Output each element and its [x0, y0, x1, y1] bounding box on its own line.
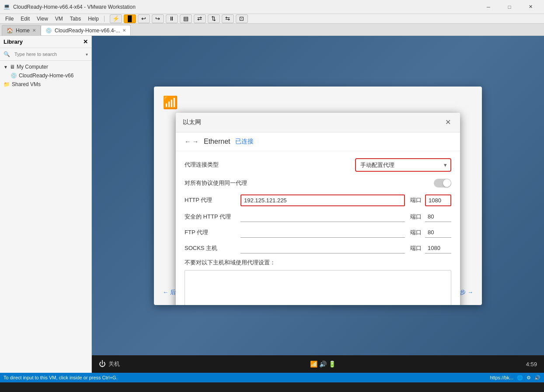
network-status-icon: 🌐 — [517, 375, 523, 381]
toolbar-btn-6[interactable]: ▤ — [180, 14, 192, 23]
tab-home-close[interactable]: ✕ — [32, 28, 36, 33]
tab-vm-label: CloudReady-Home-v66.4-... — [55, 28, 120, 34]
menu-help[interactable]: Help — [84, 15, 102, 23]
proxy-type-row: 代理连接类型 直接连接 手动配置代理 自动代理配置 — [185, 158, 451, 172]
close-button[interactable]: ✕ — [520, 0, 541, 14]
menu-edit[interactable]: Edit — [17, 15, 33, 23]
menu-separator — [104, 16, 105, 22]
time-display: 4:59 — [526, 361, 537, 368]
tab-home-label: Home — [16, 28, 30, 34]
secure-http-proxy-input[interactable] — [241, 212, 405, 222]
tab-vm-icon: 💿 — [45, 28, 52, 34]
tab-home-icon: 🏠 — [7, 28, 13, 34]
http-proxy-input[interactable] — [241, 194, 405, 206]
menu-vm[interactable]: VM — [52, 15, 66, 23]
menu-tabs[interactable]: Tabs — [66, 15, 84, 23]
socks-port-input[interactable] — [425, 243, 451, 253]
prev-arrow-icon: ← — [163, 289, 168, 295]
sidebar-item-cloudready[interactable]: 💿 CloudReady-Home-v66 — [0, 71, 91, 80]
http-port-label: 端口 — [410, 196, 422, 204]
menu-file[interactable]: File — [2, 15, 17, 23]
search-dropdown-icon[interactable]: ▾ — [86, 52, 88, 57]
volume-tray-icon[interactable]: 🔊 — [319, 361, 327, 368]
toolbar-btn-9[interactable]: ⇆ — [222, 14, 234, 23]
sidebar-tree: ▼ 🖥 My Computer 💿 CloudReady-Home-v66 📁 … — [0, 61, 91, 373]
menubar: File Edit View VM Tabs Help ⚡ ▐▌ ↩ ↪ ⏸ ▤… — [0, 14, 544, 24]
next-button[interactable]: 步 → — [460, 288, 473, 296]
socks-host-label: SOCKS 主机 — [185, 244, 237, 252]
toolbar-btn-5[interactable]: ⏸ — [166, 14, 178, 23]
toolbar-btn-7[interactable]: ⇄ — [194, 14, 206, 23]
toolbar-btn-10[interactable]: ⊡ — [236, 14, 248, 23]
secure-port-input[interactable] — [425, 212, 451, 222]
main-content: Library ✕ 🔍 ▾ ▼ 🖥 My Computer 💿 CloudRea… — [0, 36, 544, 373]
statusbar: To direct input to this VM, click inside… — [0, 373, 544, 382]
menu-view[interactable]: View — [33, 15, 52, 23]
http-port-input[interactable] — [425, 194, 451, 206]
toggle-knob — [443, 179, 451, 187]
secure-port-label: 端口 — [410, 213, 422, 221]
toolbar-btn-1[interactable]: ⚡ — [110, 14, 122, 23]
sidebar-item-mycomputer[interactable]: ▼ 🖥 My Computer — [0, 62, 91, 71]
same-proxy-row: 对所有协议使用同一代理 — [185, 179, 451, 187]
ftp-proxy-label: FTP 代理 — [185, 229, 237, 236]
secure-http-proxy-row: 安全的 HTTP 代理 端口 — [185, 212, 451, 222]
sidebar-sharedvms-label: Shared VMs — [12, 81, 41, 87]
statusbar-right: https://bk... 🌐 ⚙ 🔊 — [490, 375, 541, 381]
noproxy-label: 不要对以下主机和域使用代理设置： — [185, 259, 451, 267]
http-proxy-label: HTTP 代理 — [185, 196, 237, 204]
tab-vm[interactable]: 💿 CloudReady-Home-v66.4-... ✕ — [41, 25, 131, 35]
prev-button[interactable]: ← 后 — [163, 288, 176, 296]
http-proxy-row: HTTP 代理 端口 — [185, 194, 451, 206]
toolbar: ⚡ ▐▌ ↩ ↪ ⏸ ▤ ⇄ ⇅ ⇆ ⊡ — [110, 14, 248, 23]
tabbar: 🏠 Home ✕ 💿 CloudReady-Home-v66.4-... ✕ — [0, 24, 544, 36]
nav-left-arrow[interactable]: ← — [185, 138, 191, 145]
speaker-icon: 🔊 — [534, 375, 541, 381]
tab-home[interactable]: 🏠 Home ✕ — [2, 25, 41, 35]
status-text: To direct input to this VM, click inside… — [3, 375, 490, 380]
sidebar-title: Library — [3, 38, 23, 45]
dialog-header: ← → Ethernet 已连接 — [176, 132, 460, 151]
nav-right-arrow[interactable]: → — [192, 138, 199, 145]
dialog-body: 代理连接类型 直接连接 手动配置代理 自动代理配置 对所 — [176, 151, 460, 305]
proxy-type-select[interactable]: 直接连接 手动配置代理 自动代理配置 — [355, 158, 451, 172]
same-proxy-toggle[interactable] — [434, 179, 451, 187]
window-title: CloudReady-Home-v66.4-x64 - VMware Works… — [13, 4, 478, 10]
toolbar-btn-3[interactable]: ↩ — [138, 14, 150, 23]
proxy-type-select-wrapper: 直接连接 手动配置代理 自动代理配置 — [355, 158, 451, 172]
sidebar-item-sharedvms[interactable]: 📁 Shared VMs — [0, 80, 91, 89]
prev-label: 后 — [170, 288, 176, 296]
toolbar-btn-8[interactable]: ⇅ — [208, 14, 220, 23]
socks-host-input[interactable] — [241, 243, 405, 253]
search-input[interactable] — [12, 51, 84, 58]
ethernet-dialog: 以太网 ✕ ← → Ethernet 已连接 — [176, 113, 460, 305]
vm-bottom-bar: ⏻ 关机 📶 🔊 🔋 4:59 — [92, 355, 544, 373]
noproxy-textarea[interactable] — [185, 270, 451, 305]
window-controls: ─ □ ✕ — [478, 0, 541, 14]
status-url: https://bk... — [490, 375, 513, 380]
network-tray-icon[interactable]: 📶 — [310, 361, 317, 368]
sidebar-item-label: My Computer — [17, 64, 48, 70]
sidebar-search-bar: 🔍 ▾ — [0, 48, 91, 61]
power-button[interactable]: ⏻ 关机 — [99, 360, 120, 368]
vm-disk-icon: 💿 — [10, 73, 17, 79]
next-arrow-icon: → — [467, 289, 473, 295]
ethernet-label: Ethernet — [204, 138, 230, 146]
nav-arrows: ← → — [185, 138, 199, 145]
vm-display[interactable]: CloudReady-00:0c:29:bd:26:75 66.4.25 📶 ←… — [92, 36, 544, 373]
sidebar-close-btn[interactable]: ✕ — [83, 38, 88, 45]
battery-tray-icon[interactable]: 🔋 — [328, 361, 336, 368]
toolbar-btn-4[interactable]: ↪ — [152, 14, 164, 23]
toolbar-btn-2[interactable]: ▐▌ — [124, 14, 136, 23]
expand-icon: ▼ — [3, 65, 8, 69]
socks-port-label: 端口 — [410, 244, 422, 252]
connected-status: 已连接 — [235, 138, 254, 146]
ftp-proxy-input[interactable] — [241, 227, 405, 238]
minimize-button[interactable]: ─ — [478, 0, 499, 14]
dialog-close-button[interactable]: ✕ — [443, 117, 453, 128]
maximize-button[interactable]: □ — [499, 0, 520, 14]
tab-vm-close[interactable]: ✕ — [122, 28, 126, 33]
usb-icon: ⚙ — [527, 375, 531, 381]
socks-host-row: SOCKS 主机 端口 — [185, 243, 451, 253]
ftp-port-input[interactable] — [425, 227, 451, 238]
